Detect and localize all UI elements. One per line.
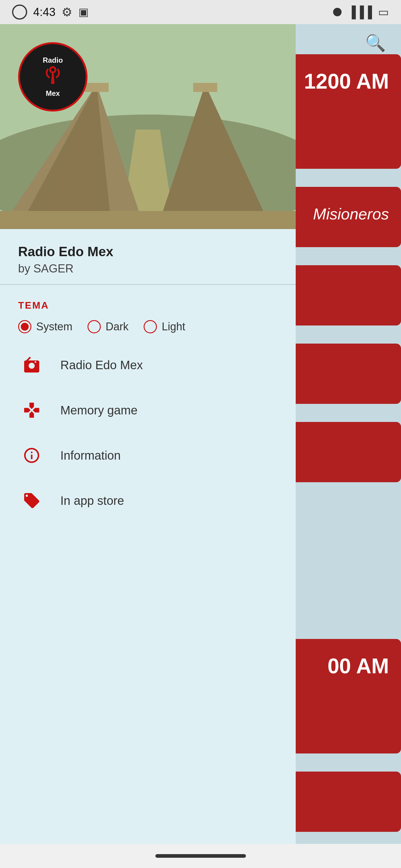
settings-icon: ⚙ — [62, 5, 73, 19]
svg-rect-7 — [85, 83, 109, 92]
logo-text-radio: Radio — [42, 56, 63, 64]
menu-label-radio: Radio Edo Mex — [60, 358, 143, 372]
status-right: ▐▐▐ ▭ — [333, 5, 389, 19]
dot-icon — [333, 8, 342, 16]
radio-dark-outer — [87, 320, 101, 333]
drawer-menu-content: Radio Edo Mex by SAGER TEMA System Dark — [0, 229, 296, 868]
status-bar: 4:43 ⚙ ▣ ▐▐▐ ▭ — [0, 0, 401, 24]
logo-text-mex: Mex — [42, 89, 63, 98]
menu-item-memory-game[interactable]: Memory game — [0, 388, 296, 433]
theme-system-option[interactable]: System — [18, 320, 73, 333]
radio-icon — [18, 351, 45, 378]
signal-icon: ▐▐▐ — [348, 6, 372, 19]
svg-rect-9 — [0, 211, 296, 229]
menu-item-in-app-store[interactable]: In app store — [0, 478, 296, 523]
status-circle-icon — [12, 4, 27, 20]
menu-item-information[interactable]: Information — [0, 433, 296, 478]
logo-tower-icon — [42, 64, 63, 89]
bottom-nav — [0, 844, 401, 868]
battery-icon: ▭ — [378, 5, 389, 19]
theme-dark-label: Dark — [106, 320, 128, 333]
theme-radio-group: System Dark Light — [18, 320, 278, 333]
theme-light-label: Light — [162, 320, 185, 333]
info-icon — [18, 442, 45, 469]
radio-system-outer — [18, 320, 31, 333]
status-left: 4:43 ⚙ ▣ — [12, 4, 89, 20]
theme-dark-option[interactable]: Dark — [87, 320, 128, 333]
sim-icon: ▣ — [79, 6, 89, 19]
hero-image: Radio Mex — [0, 24, 296, 229]
theme-section: TEMA System Dark — [0, 294, 296, 342]
home-indicator — [155, 854, 246, 858]
menu-label-memory-game: Memory game — [60, 404, 138, 417]
game-icon — [18, 397, 45, 424]
app-subtitle: by SAGER — [0, 262, 296, 284]
store-icon — [18, 487, 45, 514]
app-logo: Radio Mex — [18, 42, 87, 112]
status-time: 4:43 — [33, 6, 56, 19]
theme-system-label: System — [36, 320, 73, 333]
menu-item-radio[interactable]: Radio Edo Mex — [0, 342, 296, 388]
theme-light-option[interactable]: Light — [144, 320, 185, 333]
menu-label-information: Information — [60, 449, 121, 462]
radio-system-inner — [21, 323, 29, 331]
search-icon[interactable]: 🔍 — [365, 33, 386, 53]
theme-label: TEMA — [18, 300, 278, 311]
radio-light-outer — [144, 320, 157, 333]
navigation-drawer: Radio Mex Radio Edo Mex by SAGER TEMA — [0, 24, 296, 868]
menu-label-in-app-store: In app store — [60, 494, 124, 507]
divider — [0, 284, 296, 285]
svg-rect-8 — [193, 83, 217, 92]
app-title: Radio Edo Mex — [0, 235, 296, 262]
